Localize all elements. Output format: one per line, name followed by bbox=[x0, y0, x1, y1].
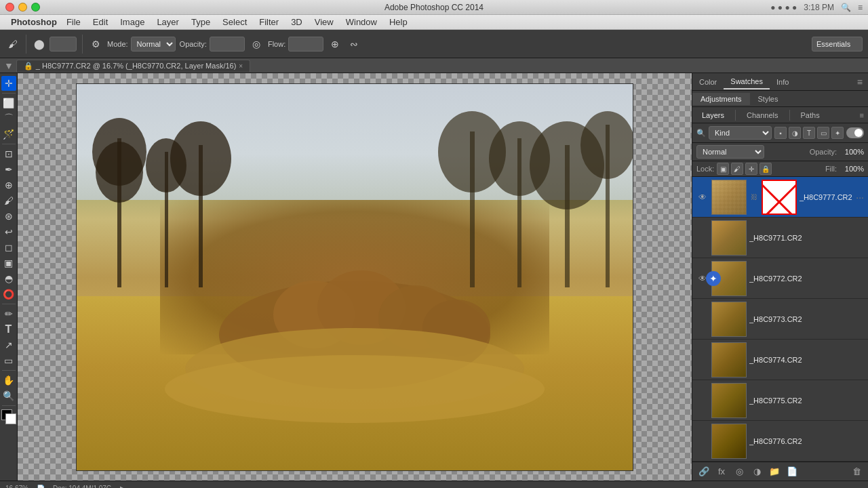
type-tool[interactable]: T bbox=[1, 322, 16, 337]
layer-item[interactable]: 👁 ⛓ _H8C9777.CR2 ··· bbox=[692, 177, 868, 218]
color-picker[interactable] bbox=[1, 409, 16, 424]
layer-visibility-toggle[interactable]: 👁 bbox=[696, 191, 709, 203]
link-layers-button[interactable]: 🔗 bbox=[696, 465, 711, 479]
document-tab[interactable]: 🔒 _ H8C9777.CR2 @ 16.7% (_H8C9770.CR2, L… bbox=[16, 60, 250, 72]
menu-icon[interactable]: ≡ bbox=[858, 3, 863, 12]
add-mask-button[interactable]: ◎ bbox=[732, 465, 747, 479]
layer-options-dots[interactable]: ··· bbox=[856, 192, 864, 203]
brush-settings-icon[interactable]: ⚙ bbox=[88, 37, 103, 52]
menu-image[interactable]: Image bbox=[115, 16, 150, 28]
type-filter-icon[interactable]: T bbox=[803, 127, 815, 139]
new-layer-button[interactable]: 📄 bbox=[785, 465, 800, 479]
tab-info[interactable]: Info bbox=[770, 75, 795, 89]
layer-filter-select[interactable]: Kind bbox=[709, 126, 772, 140]
delete-layer-button[interactable]: 🗑 bbox=[849, 465, 864, 479]
lock-all-icon[interactable]: 🔒 bbox=[760, 163, 772, 175]
layer-item[interactable]: 👁 _H8C9771.CR2 bbox=[692, 218, 868, 258]
layer-item[interactable]: 👁 ✦ _H8C9772.CR2 bbox=[692, 258, 868, 299]
opacity-input[interactable]: 100% bbox=[210, 37, 245, 52]
eyedropper-tool[interactable]: ✒ bbox=[1, 162, 16, 177]
menu-type[interactable]: Type bbox=[186, 16, 216, 28]
menu-file[interactable]: File bbox=[61, 16, 86, 28]
layer-item[interactable]: 👁 _H8C9776.CR2 bbox=[692, 421, 868, 462]
panel-options-button[interactable]: ≡ bbox=[852, 77, 868, 87]
brush-preview[interactable]: ⬤ bbox=[32, 37, 47, 52]
workspace-select[interactable]: Essentials bbox=[812, 37, 863, 52]
canvas-area[interactable] bbox=[18, 73, 692, 481]
layer-list[interactable]: 👁 ⛓ _H8C9777.CR2 ··· 👁 _H8C9771.CR2 bbox=[692, 177, 868, 462]
lock-transparent-icon[interactable]: ▣ bbox=[717, 163, 729, 175]
layer-item[interactable]: 👁 _H8C9774.CR2 bbox=[692, 340, 868, 380]
tab-close-button[interactable]: × bbox=[239, 62, 243, 70]
minimize-button[interactable] bbox=[18, 3, 27, 12]
layer-visibility-toggle[interactable]: 👁 bbox=[696, 394, 709, 407]
background-color[interactable] bbox=[5, 413, 16, 424]
healing-tool[interactable]: ⊕ bbox=[1, 178, 16, 192]
dodge-tool[interactable]: ⭕ bbox=[1, 287, 16, 302]
layer-item[interactable]: 👁 _H8C9773.CR2 bbox=[692, 299, 868, 340]
brush-size-input[interactable]: 250 bbox=[50, 37, 77, 52]
blur-tool[interactable]: ◓ bbox=[1, 271, 16, 286]
add-adjustment-button[interactable]: ◑ bbox=[749, 465, 764, 479]
panel-toggle[interactable]: ▼ bbox=[4, 60, 14, 71]
pixel-filter-icon[interactable]: ▪ bbox=[774, 127, 787, 139]
layer-visibility-toggle[interactable]: 👁 bbox=[696, 232, 709, 244]
clone-tool[interactable]: ⊛ bbox=[1, 209, 16, 224]
menu-layer[interactable]: Layer bbox=[151, 16, 184, 28]
tab-adjustments[interactable]: Adjustments bbox=[692, 93, 750, 105]
brush-tool-icon[interactable]: 🖌 bbox=[5, 37, 20, 52]
filter-toggle[interactable] bbox=[846, 127, 864, 138]
tab-swatches[interactable]: Swatches bbox=[724, 75, 770, 89]
hand-tool[interactable]: ✋ bbox=[1, 373, 16, 388]
menu-select[interactable]: Select bbox=[217, 16, 252, 28]
lock-pixels-icon[interactable]: 🖌 bbox=[731, 163, 743, 175]
fill-value[interactable]: 100% bbox=[840, 165, 864, 173]
tab-channels[interactable]: Channels bbox=[741, 109, 783, 121]
opacity-value[interactable]: 100% bbox=[840, 148, 864, 156]
shape-filter-icon[interactable]: ▭ bbox=[817, 127, 829, 139]
layer-fx-button[interactable]: fx bbox=[714, 465, 729, 479]
menu-filter[interactable]: Filter bbox=[254, 16, 284, 28]
adjustment-filter-icon[interactable]: ◑ bbox=[789, 127, 801, 139]
maximize-button[interactable] bbox=[31, 3, 40, 12]
smoothing-icon[interactable]: ∾ bbox=[347, 37, 361, 52]
pen-tool[interactable]: ✏ bbox=[1, 306, 16, 321]
menu-edit[interactable]: Edit bbox=[87, 16, 113, 28]
gradient-tool[interactable]: ▣ bbox=[1, 256, 16, 270]
search-icon[interactable]: 🔍 bbox=[841, 3, 851, 12]
smart-filter-icon[interactable]: ✦ bbox=[831, 127, 844, 139]
flow-input[interactable]: 100% bbox=[288, 37, 323, 52]
canvas-container[interactable] bbox=[77, 84, 633, 470]
tab-layers[interactable]: Layers bbox=[696, 109, 730, 121]
lock-position-icon[interactable]: ✛ bbox=[745, 163, 757, 175]
arrow-right[interactable]: ▶ bbox=[120, 485, 125, 488]
tab-color[interactable]: Color bbox=[692, 75, 724, 89]
menu-window[interactable]: Window bbox=[340, 16, 382, 28]
layer-visibility-toggle[interactable]: 👁 bbox=[696, 313, 709, 325]
tab-paths[interactable]: Paths bbox=[795, 109, 825, 121]
layer-item[interactable]: 👁 _H8C9775.CR2 bbox=[692, 380, 868, 421]
marquee-tool[interactable]: ⬜ bbox=[1, 96, 16, 110]
quick-select-tool[interactable]: 🪄 bbox=[1, 127, 16, 142]
path-tool[interactable]: ↗ bbox=[1, 338, 16, 352]
layer-visibility-toggle[interactable]: 👁 bbox=[696, 435, 709, 447]
shape-tool[interactable]: ▭ bbox=[1, 353, 16, 368]
airbrush-icon[interactable]: ◎ bbox=[249, 37, 264, 52]
window-controls[interactable] bbox=[5, 3, 40, 12]
move-tool[interactable]: ✛ bbox=[1, 76, 16, 91]
zoom-tool[interactable]: 🔍 bbox=[1, 388, 16, 403]
menu-help[interactable]: Help bbox=[384, 16, 413, 28]
add-group-button[interactable]: 📁 bbox=[767, 465, 782, 479]
brush-tool[interactable]: 🖌 bbox=[1, 193, 16, 208]
mode-select[interactable]: Normal bbox=[131, 37, 176, 52]
history-brush[interactable]: ↩ bbox=[1, 224, 16, 239]
crop-tool[interactable]: ⊡ bbox=[1, 146, 16, 161]
layer-visibility-toggle[interactable]: 👁 bbox=[696, 354, 709, 366]
tablet-pressure-icon[interactable]: ⊕ bbox=[328, 37, 342, 52]
tab-styles[interactable]: Styles bbox=[750, 93, 787, 105]
blend-mode-select[interactable]: Normal bbox=[696, 145, 764, 159]
menu-view[interactable]: View bbox=[309, 16, 339, 28]
lasso-tool[interactable]: ⌒ bbox=[1, 111, 16, 126]
menu-3d[interactable]: 3D bbox=[285, 16, 308, 28]
eraser-tool[interactable]: ◻ bbox=[1, 240, 16, 255]
